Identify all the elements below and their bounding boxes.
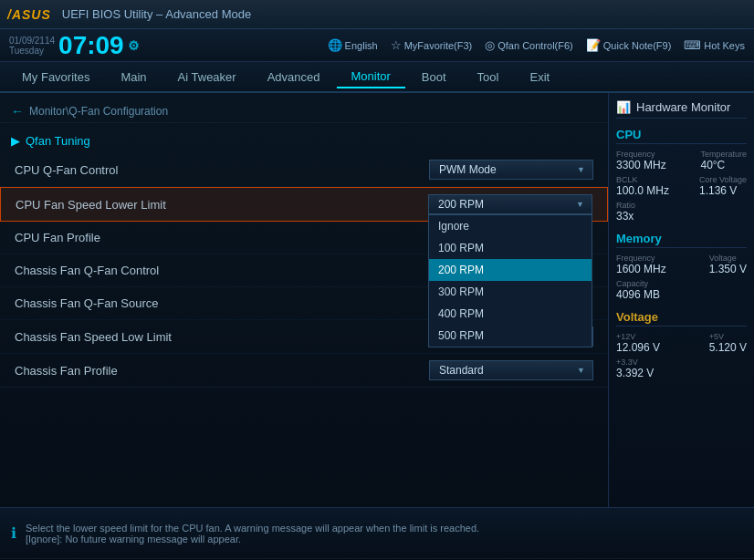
setting-label-cpu-fan-speed: CPU Fan Speed Lower Limit	[16, 198, 428, 212]
hw-voltage-section: Voltage +12V 12.096 V +5V 5.120 V +3.3V …	[616, 310, 747, 379]
setting-label-chassis-profile: Chassis Fan Profile	[15, 364, 429, 378]
setting-row-cpu-qfan: CPU Q-Fan Control PWM Mode	[0, 153, 608, 187]
dropdown-item-ignore[interactable]: Ignore	[429, 215, 592, 237]
hw-cpu-bclk: BCLK 100.0 MHz	[616, 175, 669, 197]
tab-boot[interactable]: Boot	[407, 67, 461, 88]
hw-volt-row-0: +12V 12.096 V +5V 5.120 V	[616, 332, 747, 354]
chassis-profile-dropdown[interactable]: Standard	[429, 360, 593, 380]
tab-monitor[interactable]: Monitor	[337, 66, 405, 88]
info-text: Select the lower speed limit for the CPU…	[26, 523, 479, 544]
note-icon: 📝	[586, 38, 601, 52]
hw-voltage-title: Voltage	[616, 310, 747, 327]
tab-main[interactable]: Main	[106, 67, 161, 88]
tab-exit[interactable]: Exit	[515, 67, 564, 88]
asus-logo: /ASUS	[7, 7, 51, 22]
time-bar: 01/09/2114 Tuesday 07:09 ⚙ 🌐 English ☆ M…	[0, 29, 754, 62]
hw-cpu-ratio: Ratio 33x	[616, 201, 635, 223]
setting-row-cpu-fan-speed: CPU Fan Speed Lower Limit 200 RPM Ignore…	[0, 187, 608, 222]
keyboard-icon: ⌨	[684, 38, 701, 52]
setting-row-chassis-profile: Chassis Fan Profile Standard	[0, 354, 608, 388]
hw-cpu-temp: Temperature 40°C	[700, 150, 747, 171]
hw-monitor-title: 📊 Hardware Monitor	[616, 100, 747, 119]
info-bar: ℹ Select the lower speed limit for the C…	[0, 507, 754, 558]
hw-cpu-freq: Frequency 3300 MHz	[616, 150, 666, 171]
hw-memory-section: Memory Frequency 1600 MHz Voltage 1.350 …	[616, 232, 747, 301]
quicknote-button[interactable]: 📝 Quick Note(F9)	[586, 38, 672, 52]
nav-bar: My Favorites Main Ai Tweaker Advanced Mo…	[0, 62, 754, 93]
qfan-icon: ◎	[485, 38, 495, 52]
info-icon: ℹ	[11, 524, 16, 542]
hw-volt-33v: +3.3V 3.392 V	[616, 358, 654, 379]
dropdown-item-100rpm[interactable]: 100 RPM	[429, 237, 592, 259]
breadcrumb: ← Monitor\Q-Fan Configuration	[0, 100, 608, 123]
dropdown-item-500rpm[interactable]: 500 RPM	[429, 325, 592, 347]
hw-cpu-row-2: Ratio 33x	[616, 201, 747, 223]
dropdown-item-400rpm[interactable]: 400 RPM	[429, 303, 592, 325]
hw-cpu-row-1: BCLK 100.0 MHz Core Voltage 1.136 V	[616, 175, 747, 197]
title-text: UEFI BIOS Utility – Advanced Mode	[62, 7, 251, 21]
dropdown-item-300rpm[interactable]: 300 RPM	[429, 281, 592, 303]
hw-volt-5v: +5V 5.120 V	[709, 332, 747, 354]
language-icon: 🌐	[328, 38, 342, 52]
setting-value-cpu-qfan: PWM Mode	[429, 160, 593, 180]
date-display: 01/09/2114 Tuesday	[9, 36, 55, 56]
time-display: 07:09 ⚙	[58, 33, 140, 58]
topbar-icons: 🌐 English ☆ MyFavorite(F3) ◎ Qfan Contro…	[154, 38, 745, 52]
setting-value-chassis-profile: Standard	[429, 360, 593, 380]
setting-label-chassis-speed: Chassis Fan Speed Low Limit	[15, 330, 429, 344]
tab-tool[interactable]: Tool	[463, 67, 514, 88]
hotkeys-button[interactable]: ⌨ Hot Keys	[684, 38, 745, 52]
cpu-qfan-dropdown[interactable]: PWM Mode	[429, 160, 593, 180]
right-panel: 📊 Hardware Monitor CPU Frequency 3300 MH…	[608, 93, 754, 507]
setting-label-cpu-qfan: CPU Q-Fan Control	[15, 163, 429, 177]
tab-advanced[interactable]: Advanced	[253, 67, 335, 88]
breadcrumb-path: Monitor\Q-Fan Configuration	[29, 105, 168, 118]
hw-mem-capacity: Capacity 4096 MB	[616, 279, 660, 301]
star-icon: ☆	[391, 38, 402, 52]
myfavorite-button[interactable]: ☆ MyFavorite(F3)	[391, 38, 473, 52]
tab-aitweaker[interactable]: Ai Tweaker	[163, 67, 251, 88]
hw-mem-row-0: Frequency 1600 MHz Voltage 1.350 V	[616, 254, 747, 275]
cpu-fan-speed-dropdown[interactable]: 200 RPM	[428, 194, 592, 214]
hw-memory-title: Memory	[616, 232, 747, 248]
header-bar: /ASUS UEFI BIOS Utility – Advanced Mode	[0, 0, 754, 29]
setting-value-cpu-fan-speed: 200 RPM Ignore 100 RPM 200 RPM 300 RPM 4…	[428, 194, 592, 214]
settings-gear-icon[interactable]: ⚙	[128, 39, 140, 52]
hw-mem-row-1: Capacity 4096 MB	[616, 279, 747, 301]
hw-cpu-corevolt: Core Voltage 1.136 V	[699, 175, 747, 197]
hw-cpu-row-0: Frequency 3300 MHz Temperature 40°C	[616, 150, 747, 171]
left-panel: ← Monitor\Q-Fan Configuration ▶ Qfan Tun…	[0, 93, 608, 507]
language-button[interactable]: 🌐 English	[328, 38, 378, 52]
main-content: ← Monitor\Q-Fan Configuration ▶ Qfan Tun…	[0, 93, 754, 507]
hw-volt-12v: +12V 12.096 V	[616, 332, 660, 354]
qfan-section-header[interactable]: ▶ Qfan Tuning	[0, 129, 608, 153]
tab-favorites[interactable]: My Favorites	[7, 67, 104, 88]
section-label: Qfan Tuning	[26, 134, 90, 148]
hw-volt-row-1: +3.3V 3.392 V	[616, 358, 747, 379]
qfan-button[interactable]: ◎ Qfan Control(F6)	[485, 38, 573, 52]
hw-cpu-title: CPU	[616, 128, 747, 144]
hw-monitor-icon: 📊	[616, 100, 631, 114]
section-arrow-icon: ▶	[11, 134, 20, 148]
hw-mem-volt: Voltage 1.350 V	[709, 254, 747, 275]
dropdown-item-200rpm[interactable]: 200 RPM	[429, 259, 592, 281]
back-icon[interactable]: ←	[11, 104, 24, 119]
cpu-fan-speed-dropdown-list: Ignore 100 RPM 200 RPM 300 RPM 400 RPM 5…	[428, 214, 592, 347]
hw-cpu-section: CPU Frequency 3300 MHz Temperature 40°C …	[616, 128, 747, 223]
hw-mem-freq: Frequency 1600 MHz	[616, 254, 666, 275]
